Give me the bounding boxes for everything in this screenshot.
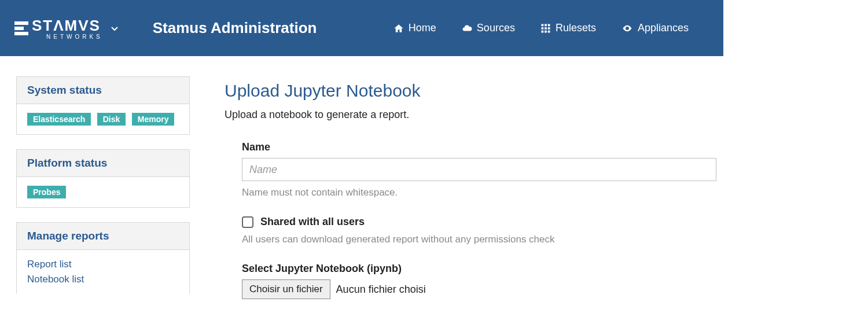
nav-appliances[interactable]: Appliances	[621, 22, 689, 34]
brand-logo: STΛMVS NETWORKS	[14, 17, 103, 40]
svg-rect-4	[545, 24, 547, 26]
brand-sub: NETWORKS	[46, 34, 103, 40]
app-header: STΛMVS NETWORKS Stamus Administration Ho…	[0, 0, 723, 56]
badge-memory[interactable]: Memory	[132, 113, 175, 126]
brand-logo-icon	[14, 20, 28, 36]
svg-rect-7	[545, 27, 547, 30]
shared-checkbox[interactable]	[242, 216, 253, 228]
file-label: Select Jupyter Notebook (ipynb)	[242, 263, 722, 275]
badge-probes[interactable]: Probes	[27, 186, 66, 198]
nav-home-label: Home	[409, 22, 436, 34]
svg-rect-10	[545, 30, 547, 32]
shared-label: Shared with all users	[260, 216, 365, 228]
nav-sources[interactable]: Sources	[462, 22, 515, 34]
chevron-down-icon	[111, 23, 118, 34]
svg-rect-11	[548, 30, 550, 32]
panel-system-status-title: System status	[17, 77, 189, 104]
shared-help: All users can download generated report …	[242, 234, 722, 245]
main: Upload Jupyter Notebook Upload a noteboo…	[225, 76, 722, 308]
page-subtitle: Upload a notebook to generate a report.	[225, 109, 722, 121]
choose-file-button[interactable]: Choisir un fichier	[242, 279, 330, 299]
svg-rect-8	[548, 27, 550, 30]
link-report-list[interactable]: Report list	[27, 257, 179, 272]
nav-sources-label: Sources	[477, 22, 515, 34]
link-notebook-list[interactable]: Notebook list	[27, 272, 179, 287]
name-label: Name	[242, 141, 722, 153]
svg-rect-3	[541, 24, 543, 26]
panel-platform-status-title: Platform status	[17, 150, 189, 177]
upload-form: Name Name must not contain whitespace. S…	[225, 141, 722, 299]
badge-disk[interactable]: Disk	[97, 113, 126, 126]
home-icon	[393, 23, 404, 34]
sidebar: System status Elasticsearch Disk Memory …	[16, 76, 190, 308]
cloud-icon	[462, 23, 472, 34]
svg-rect-2	[14, 32, 28, 35]
svg-rect-5	[548, 24, 550, 26]
badge-elasticsearch[interactable]: Elasticsearch	[27, 113, 91, 126]
nav-appliances-label: Appliances	[638, 22, 689, 34]
main-nav: Home Sources Rulesets Appliances	[393, 22, 689, 34]
app-title: Stamus Administration	[153, 19, 317, 37]
brand-menu[interactable]: STΛMVS NETWORKS	[14, 17, 118, 40]
nav-rulesets-label: Rulesets	[556, 22, 596, 34]
svg-rect-6	[541, 27, 543, 30]
nav-home[interactable]: Home	[393, 22, 436, 34]
name-help: Name must not contain whitespace.	[242, 187, 722, 198]
nav-rulesets[interactable]: Rulesets	[540, 22, 596, 34]
page-title: Upload Jupyter Notebook	[225, 81, 722, 101]
content: System status Elasticsearch Disk Memory …	[0, 56, 868, 329]
file-status: Aucun fichier choisi	[336, 284, 426, 296]
svg-rect-9	[541, 30, 543, 32]
panel-system-status: System status Elasticsearch Disk Memory	[16, 76, 190, 135]
brand-name: STΛMVS	[32, 17, 101, 35]
panel-manage-reports-title: Manage reports	[17, 223, 189, 250]
panel-manage-reports: Manage reports Report list Notebook list	[16, 222, 190, 294]
eye-icon	[621, 23, 633, 34]
svg-rect-0	[14, 21, 28, 25]
panel-platform-status: Platform status Probes	[16, 149, 190, 208]
grid-icon	[540, 23, 551, 34]
svg-rect-1	[14, 27, 24, 30]
name-input[interactable]	[242, 158, 716, 181]
